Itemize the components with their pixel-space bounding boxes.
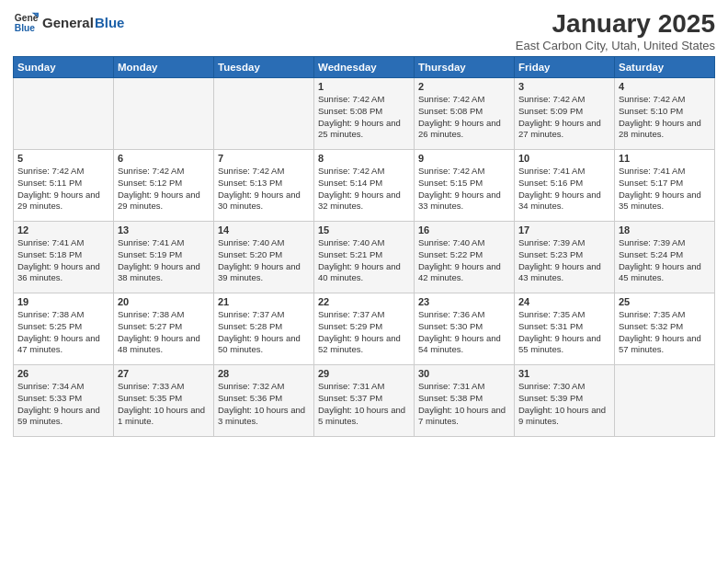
day-number: 19 xyxy=(17,296,109,307)
calendar-cell: 17Sunrise: 7:39 AM Sunset: 5:23 PM Dayli… xyxy=(515,222,615,293)
cell-content: Sunrise: 7:42 AM Sunset: 5:09 PM Dayligh… xyxy=(518,94,610,141)
logo-blue: Blue xyxy=(95,15,125,30)
cell-content: Sunrise: 7:41 AM Sunset: 5:18 PM Dayligh… xyxy=(17,237,109,284)
calendar-cell: 18Sunrise: 7:39 AM Sunset: 5:24 PM Dayli… xyxy=(615,222,715,293)
calendar-cell: 2Sunrise: 7:42 AM Sunset: 5:08 PM Daylig… xyxy=(415,78,515,150)
calendar-cell: 12Sunrise: 7:41 AM Sunset: 5:18 PM Dayli… xyxy=(14,222,114,293)
calendar-cell: 26Sunrise: 7:34 AM Sunset: 5:33 PM Dayli… xyxy=(14,365,114,437)
day-number: 24 xyxy=(518,296,610,307)
day-number: 13 xyxy=(118,224,210,236)
cell-content: Sunrise: 7:42 AM Sunset: 5:15 PM Dayligh… xyxy=(418,166,510,213)
day-number: 20 xyxy=(118,296,210,307)
cell-content: Sunrise: 7:41 AM Sunset: 5:17 PM Dayligh… xyxy=(619,166,711,213)
weekday-header-monday: Monday xyxy=(114,57,214,78)
title-block: January 2025 East Carbon City, Utah, Uni… xyxy=(516,9,715,52)
calendar-cell: 15Sunrise: 7:40 AM Sunset: 5:21 PM Dayli… xyxy=(314,222,415,293)
calendar-cell xyxy=(114,78,214,150)
cell-content: Sunrise: 7:39 AM Sunset: 5:23 PM Dayligh… xyxy=(518,237,610,284)
cell-content: Sunrise: 7:42 AM Sunset: 5:08 PM Dayligh… xyxy=(318,94,410,141)
calendar-cell: 11Sunrise: 7:41 AM Sunset: 5:17 PM Dayli… xyxy=(615,150,715,222)
day-number: 1 xyxy=(318,81,410,92)
day-number: 12 xyxy=(17,224,109,236)
day-number: 6 xyxy=(118,153,210,164)
logo-general: General xyxy=(42,15,94,30)
cell-content: Sunrise: 7:40 AM Sunset: 5:21 PM Dayligh… xyxy=(318,237,410,284)
day-number: 10 xyxy=(518,153,610,164)
cell-content: Sunrise: 7:36 AM Sunset: 5:30 PM Dayligh… xyxy=(418,309,510,356)
calendar-cell: 16Sunrise: 7:40 AM Sunset: 5:22 PM Dayli… xyxy=(415,222,515,293)
weekday-header-thursday: Thursday xyxy=(415,57,515,78)
day-number: 11 xyxy=(619,153,711,164)
calendar-cell: 5Sunrise: 7:42 AM Sunset: 5:11 PM Daylig… xyxy=(14,150,114,222)
cell-content: Sunrise: 7:42 AM Sunset: 5:12 PM Dayligh… xyxy=(118,166,210,213)
calendar-cell: 24Sunrise: 7:35 AM Sunset: 5:31 PM Dayli… xyxy=(515,293,615,365)
calendar-week-row: 5Sunrise: 7:42 AM Sunset: 5:11 PM Daylig… xyxy=(14,150,715,222)
day-number: 28 xyxy=(218,368,310,379)
weekday-header-wednesday: Wednesday xyxy=(314,57,415,78)
calendar-cell: 10Sunrise: 7:41 AM Sunset: 5:16 PM Dayli… xyxy=(515,150,615,222)
calendar-cell: 23Sunrise: 7:36 AM Sunset: 5:30 PM Dayli… xyxy=(415,293,515,365)
cell-content: Sunrise: 7:31 AM Sunset: 5:37 PM Dayligh… xyxy=(318,381,410,428)
calendar-cell: 1Sunrise: 7:42 AM Sunset: 5:08 PM Daylig… xyxy=(314,78,415,150)
calendar-cell: 3Sunrise: 7:42 AM Sunset: 5:09 PM Daylig… xyxy=(515,78,615,150)
day-number: 31 xyxy=(518,368,610,379)
weekday-header-tuesday: Tuesday xyxy=(214,57,314,78)
cell-content: Sunrise: 7:42 AM Sunset: 5:11 PM Dayligh… xyxy=(17,166,109,213)
calendar-cell: 30Sunrise: 7:31 AM Sunset: 5:38 PM Dayli… xyxy=(415,365,515,437)
calendar-cell xyxy=(214,78,314,150)
cell-content: Sunrise: 7:42 AM Sunset: 5:10 PM Dayligh… xyxy=(619,94,711,141)
cell-content: Sunrise: 7:37 AM Sunset: 5:28 PM Dayligh… xyxy=(218,309,310,356)
calendar-week-row: 12Sunrise: 7:41 AM Sunset: 5:18 PM Dayli… xyxy=(14,222,715,293)
day-number: 23 xyxy=(418,296,510,307)
calendar-cell: 8Sunrise: 7:42 AM Sunset: 5:14 PM Daylig… xyxy=(314,150,415,222)
weekday-header-sunday: Sunday xyxy=(14,57,114,78)
logo-icon: General Blue xyxy=(13,9,39,35)
cell-content: Sunrise: 7:42 AM Sunset: 5:13 PM Dayligh… xyxy=(218,166,310,213)
day-number: 16 xyxy=(418,224,510,236)
cell-content: Sunrise: 7:39 AM Sunset: 5:24 PM Dayligh… xyxy=(619,237,711,284)
day-number: 2 xyxy=(418,81,510,92)
cell-content: Sunrise: 7:33 AM Sunset: 5:35 PM Dayligh… xyxy=(118,381,210,428)
calendar-cell: 21Sunrise: 7:37 AM Sunset: 5:28 PM Dayli… xyxy=(214,293,314,365)
cell-content: Sunrise: 7:38 AM Sunset: 5:25 PM Dayligh… xyxy=(17,309,109,356)
calendar-week-row: 26Sunrise: 7:34 AM Sunset: 5:33 PM Dayli… xyxy=(14,365,715,437)
calendar-cell xyxy=(14,78,114,150)
calendar-cell: 4Sunrise: 7:42 AM Sunset: 5:10 PM Daylig… xyxy=(615,78,715,150)
cell-content: Sunrise: 7:42 AM Sunset: 5:08 PM Dayligh… xyxy=(418,94,510,141)
day-number: 7 xyxy=(218,153,310,164)
cell-content: Sunrise: 7:35 AM Sunset: 5:31 PM Dayligh… xyxy=(518,309,610,356)
day-number: 30 xyxy=(418,368,510,379)
cell-content: Sunrise: 7:38 AM Sunset: 5:27 PM Dayligh… xyxy=(118,309,210,356)
cell-content: Sunrise: 7:42 AM Sunset: 5:14 PM Dayligh… xyxy=(318,166,410,213)
calendar-cell: 29Sunrise: 7:31 AM Sunset: 5:37 PM Dayli… xyxy=(314,365,415,437)
day-number: 21 xyxy=(218,296,310,307)
weekday-header-friday: Friday xyxy=(515,57,615,78)
calendar-cell: 13Sunrise: 7:41 AM Sunset: 5:19 PM Dayli… xyxy=(114,222,214,293)
calendar-week-row: 1Sunrise: 7:42 AM Sunset: 5:08 PM Daylig… xyxy=(14,78,715,150)
cell-content: Sunrise: 7:34 AM Sunset: 5:33 PM Dayligh… xyxy=(17,381,109,428)
cell-content: Sunrise: 7:40 AM Sunset: 5:22 PM Dayligh… xyxy=(418,237,510,284)
day-number: 9 xyxy=(418,153,510,164)
calendar-cell: 27Sunrise: 7:33 AM Sunset: 5:35 PM Dayli… xyxy=(114,365,214,437)
cell-content: Sunrise: 7:30 AM Sunset: 5:39 PM Dayligh… xyxy=(518,381,610,428)
calendar-cell: 6Sunrise: 7:42 AM Sunset: 5:12 PM Daylig… xyxy=(114,150,214,222)
weekday-header-saturday: Saturday xyxy=(615,57,715,78)
header: General Blue General Blue January 2025 E… xyxy=(13,9,715,52)
cell-content: Sunrise: 7:41 AM Sunset: 5:16 PM Dayligh… xyxy=(518,166,610,213)
cell-content: Sunrise: 7:41 AM Sunset: 5:19 PM Dayligh… xyxy=(118,237,210,284)
cell-content: Sunrise: 7:40 AM Sunset: 5:20 PM Dayligh… xyxy=(218,237,310,284)
day-number: 18 xyxy=(619,224,711,236)
calendar-cell: 28Sunrise: 7:32 AM Sunset: 5:36 PM Dayli… xyxy=(214,365,314,437)
calendar-cell: 25Sunrise: 7:35 AM Sunset: 5:32 PM Dayli… xyxy=(615,293,715,365)
weekday-header-row: SundayMondayTuesdayWednesdayThursdayFrid… xyxy=(14,57,715,78)
day-number: 22 xyxy=(318,296,410,307)
cell-content: Sunrise: 7:32 AM Sunset: 5:36 PM Dayligh… xyxy=(218,381,310,428)
page-container: General Blue General Blue January 2025 E… xyxy=(0,0,728,444)
calendar-cell: 7Sunrise: 7:42 AM Sunset: 5:13 PM Daylig… xyxy=(214,150,314,222)
day-number: 15 xyxy=(318,224,410,236)
day-number: 17 xyxy=(518,224,610,236)
day-number: 25 xyxy=(619,296,711,307)
logo: General Blue General Blue xyxy=(13,9,124,35)
cell-content: Sunrise: 7:35 AM Sunset: 5:32 PM Dayligh… xyxy=(619,309,711,356)
calendar-cell xyxy=(615,365,715,437)
